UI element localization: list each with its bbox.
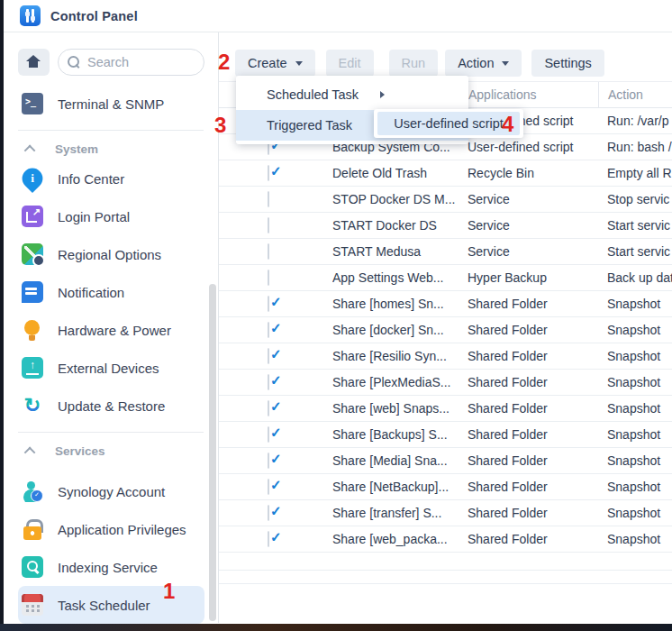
section-header-services[interactable]: Services xyxy=(18,440,204,462)
sidebar-divider xyxy=(18,130,204,131)
chevron-up-icon xyxy=(24,144,36,156)
sidebar-item-label: Regional Options xyxy=(58,247,161,262)
create-menu-item[interactable]: Scheduled Task xyxy=(236,79,468,110)
table-row[interactable]: App Settings Web... Hyper Backup Back up… xyxy=(219,265,672,291)
application-cell: Shared Folder xyxy=(456,375,598,389)
header-applications[interactable]: Applications xyxy=(456,82,598,107)
sidebar-item[interactable]: Hardware & Power xyxy=(18,311,204,349)
sidebar-item-label: Update & Restore xyxy=(58,398,165,414)
application-cell: Shared Folder xyxy=(456,427,598,442)
sidebar-item[interactable]: Terminal & SNMP xyxy=(18,85,204,123)
sidebar-item[interactable]: External Devices xyxy=(18,349,204,387)
task-name-cell: Share [Resilio Syn... xyxy=(332,349,456,363)
action-cell: Start servic xyxy=(598,218,672,233)
sidebar-item-label: Synology Account xyxy=(58,484,165,499)
edit-button[interactable]: Edit xyxy=(326,50,374,77)
table-row[interactable]: Share [homes] Sn... Shared Folder Snapsh… xyxy=(219,291,672,317)
action-cell: Snapshot xyxy=(598,453,672,468)
sidebar-item-icon xyxy=(22,594,43,616)
table-row[interactable]: Share [web] Snaps... Shared Folder Snaps… xyxy=(219,396,672,422)
table-row[interactable]: Share [docker] Sn... Shared Folder Snaps… xyxy=(219,317,672,343)
row-checkbox[interactable] xyxy=(268,322,269,338)
sidebar-item-label: Indexing Service xyxy=(58,560,158,575)
annotation-step-4: 4 xyxy=(502,114,513,135)
row-checkbox[interactable] xyxy=(268,400,269,416)
task-name-cell: STOP Docker DS M... xyxy=(332,192,456,206)
table-row[interactable]: Share [NetBackup]... Shared Folder Snaps… xyxy=(219,474,672,500)
sidebar-item[interactable]: Regional Options xyxy=(18,235,204,273)
application-cell: Service xyxy=(456,192,598,206)
row-checkbox[interactable] xyxy=(268,374,269,390)
row-checkbox-cell xyxy=(219,506,332,520)
submenu-item-label: User-defined script xyxy=(394,116,504,131)
application-cell: Shared Folder xyxy=(456,401,598,416)
task-name-cell: Share [NetBackup]... xyxy=(332,480,456,494)
section-label: Services xyxy=(55,444,105,458)
application-cell: Shared Folder xyxy=(456,453,598,468)
caret-down-icon xyxy=(295,61,303,66)
create-button[interactable]: Create xyxy=(235,50,315,77)
menu-item-label: Triggered Task xyxy=(267,118,352,133)
application-cell: Shared Folder xyxy=(456,297,598,311)
table-row[interactable]: Share [PlexMediaS... Shared Folder Snaps… xyxy=(219,370,672,396)
sidebar-item-icon xyxy=(22,281,43,303)
submenu-items: User-defined script xyxy=(377,112,520,135)
row-checkbox[interactable] xyxy=(268,191,269,207)
sidebar-item[interactable]: Info Center xyxy=(18,160,204,197)
action-button[interactable]: Action xyxy=(445,50,522,77)
sidebar: Terminal & SNMP System Info Center Login… xyxy=(4,32,219,623)
row-checkbox[interactable] xyxy=(268,426,269,443)
sidebar-item[interactable]: Login Portal xyxy=(18,197,204,235)
header-action[interactable]: Action xyxy=(598,82,672,107)
row-checkbox[interactable] xyxy=(268,243,269,260)
table-row[interactable]: STOP Docker DS M... Service Stop servic xyxy=(219,187,672,213)
table-row[interactable]: Share [Media] Sna... Shared Folder Snaps… xyxy=(219,448,672,474)
task-name-cell: Share [web_packa... xyxy=(332,532,456,546)
table-row[interactable]: Share [Resilio Syn... Shared Folder Snap… xyxy=(219,343,672,370)
home-button[interactable] xyxy=(18,49,50,76)
sidebar-item-icon xyxy=(22,480,43,502)
control-panel-icon xyxy=(20,5,41,26)
settings-button[interactable]: Settings xyxy=(531,50,604,77)
table-row[interactable]: Delete Old Trash Recycle Bin Empty all R xyxy=(219,160,672,187)
sidebar-item[interactable]: Task Scheduler xyxy=(18,586,204,624)
action-cell: Back up dat xyxy=(598,270,672,285)
application-cell: User-defined script xyxy=(456,140,598,154)
row-checkbox[interactable] xyxy=(268,479,269,495)
desktop-bottom-edge xyxy=(0,624,672,631)
row-checkbox-cell xyxy=(219,401,332,416)
section-header-system[interactable]: System xyxy=(18,138,204,160)
run-button[interactable]: Run xyxy=(389,50,439,77)
row-checkbox-cell xyxy=(219,453,332,468)
sidebar-item-label: Info Center xyxy=(58,171,124,187)
sidebar-item[interactable]: Update & Restore xyxy=(18,387,204,425)
create-button-label: Create xyxy=(248,56,287,70)
action-cell: Snapshot xyxy=(598,401,672,416)
table-row[interactable]: START Medusa Service Start servic xyxy=(219,239,672,265)
row-checkbox[interactable] xyxy=(268,217,269,233)
table-row[interactable]: Share [transfer] S... Shared Folder Snap… xyxy=(219,500,672,526)
sidebar-item-icon xyxy=(22,206,43,227)
application-cell: Service xyxy=(456,218,598,233)
row-checkbox[interactable] xyxy=(268,348,269,364)
row-checkbox[interactable] xyxy=(268,531,269,547)
row-checkbox[interactable] xyxy=(268,296,269,312)
sidebar-item[interactable]: Application Privileges xyxy=(18,510,204,548)
sidebar-item[interactable]: Indexing Service xyxy=(18,548,204,586)
row-checkbox-cell xyxy=(219,427,332,442)
row-checkbox[interactable] xyxy=(268,165,269,181)
home-icon xyxy=(26,55,41,69)
row-checkbox[interactable] xyxy=(268,270,269,286)
row-checkbox[interactable] xyxy=(268,453,269,469)
annotation-step-2: 2 xyxy=(218,51,230,73)
row-checkbox-cell xyxy=(219,192,332,206)
action-cell: Snapshot xyxy=(598,480,672,494)
sidebar-item[interactable]: Synology Account xyxy=(18,472,204,510)
sidebar-item[interactable]: Notification xyxy=(18,273,204,311)
sidebar-scrollbar[interactable] xyxy=(209,284,216,621)
submenu-item-user-defined-script[interactable]: User-defined script xyxy=(377,112,520,135)
table-row[interactable]: Share [Backups] S... Shared Folder Snaps… xyxy=(219,422,672,448)
row-checkbox[interactable] xyxy=(268,505,269,521)
table-row[interactable]: START Docker DS Service Start servic xyxy=(219,213,672,239)
table-row[interactable]: Share [web_packa... Shared Folder Snapsh… xyxy=(219,526,672,553)
